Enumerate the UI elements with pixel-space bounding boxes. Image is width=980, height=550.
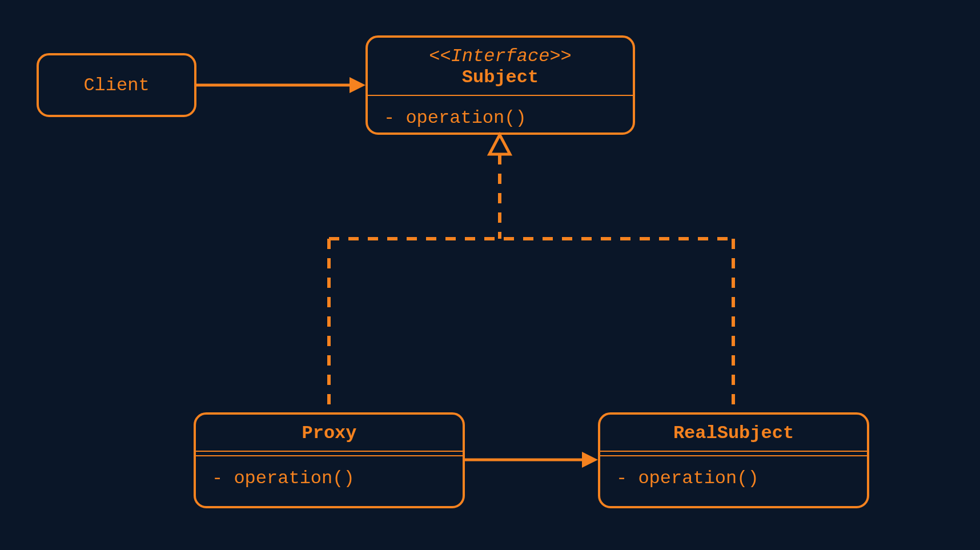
proxy-box: Proxy - operation() [194,412,465,508]
proxy-name: Proxy [207,423,451,444]
realsubject-header: RealSubject [600,415,867,451]
proxy-header: Proxy [196,415,463,451]
subject-operation: - operation() [368,96,633,140]
proxy-divider [196,451,463,456]
subject-box: <<Interface>> Subject - operation() [366,35,635,135]
client-box: Client [37,53,196,117]
realization-tree [329,135,733,412]
subject-stereotype: <<Interface>> [379,46,621,67]
subject-name: Subject [379,67,621,88]
proxy-to-realsubject-arrow [465,452,598,468]
svg-marker-1 [350,77,366,93]
svg-marker-8 [582,452,598,468]
client-to-subject-arrow [196,77,366,93]
proxy-operation: - operation() [196,456,463,500]
realsubject-divider [600,451,867,456]
subject-header: <<Interface>> Subject [368,38,633,95]
realsubject-operation: - operation() [600,456,867,500]
realsubject-box: RealSubject - operation() [598,412,869,508]
realsubject-name: RealSubject [612,423,856,444]
diagram-canvas: Client <<Interface>> Subject - operation… [0,0,980,550]
client-label: Client [83,75,149,96]
